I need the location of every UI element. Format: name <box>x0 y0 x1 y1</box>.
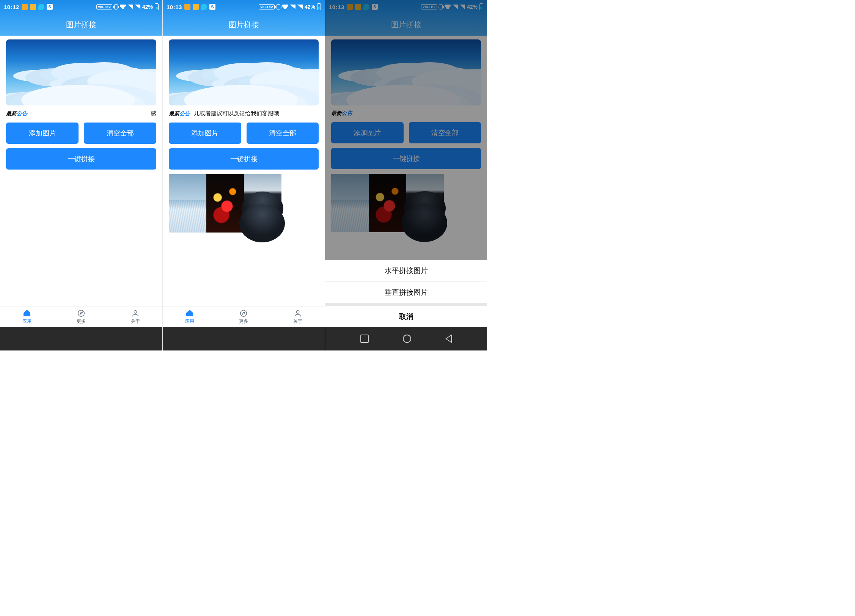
stitch-button[interactable]: 一键拼接 <box>169 148 319 170</box>
status-bar: 10:13 S VoLTE2 42% <box>163 0 325 14</box>
thumbnail-2[interactable] <box>206 174 244 233</box>
tab-about-label: 关于 <box>293 318 302 325</box>
weibo-icon <box>184 4 190 10</box>
battery-icon <box>155 3 159 10</box>
announcement-text: 几或者建议可以反馈给我们客服哦 <box>194 110 319 117</box>
nav-recent-icon[interactable] <box>360 335 369 343</box>
option-horizontal-stitch[interactable]: 水平拼接图片 <box>325 260 487 281</box>
stitch-button[interactable]: 一键拼接 <box>6 148 156 170</box>
tab-app[interactable]: 应用 <box>163 307 217 327</box>
tab-more-label: 更多 <box>77 318 86 325</box>
screen-3: 10:13 S VoLTE2 42% 图片拼接 <box>325 0 487 350</box>
tab-more-label: 更多 <box>239 318 248 325</box>
tab-app[interactable]: 应用 <box>0 307 54 327</box>
clear-all-button[interactable]: 清空全部 <box>247 123 319 144</box>
option-cancel[interactable]: 取消 <box>325 306 487 327</box>
app-title-bar: 图片拼接 <box>163 14 325 36</box>
compass-icon <box>239 309 248 317</box>
thumbnail-3[interactable] <box>244 174 281 233</box>
compass-icon <box>77 309 85 317</box>
vibrate-icon <box>277 4 280 9</box>
top-gradient: 10:13 S VoLTE2 42% 图片拼接 <box>163 0 325 36</box>
option-vertical-stitch[interactable]: 垂直拼接图片 <box>325 281 487 303</box>
announcement-row: 最新公告 几或者建议可以反馈给我们客服哦 <box>163 105 325 120</box>
status-time: 10:13 <box>167 4 182 10</box>
android-nav-bar <box>0 327 162 350</box>
banner-image[interactable] <box>6 39 156 105</box>
sogou-icon: S <box>47 4 53 10</box>
banner-image[interactable] <box>169 39 319 105</box>
screen-1: 10:12 S VoLTE2 42% 图片拼接 <box>0 0 162 350</box>
add-image-button[interactable]: 添加图片 <box>6 123 79 144</box>
app-title: 图片拼接 <box>66 20 96 30</box>
tab-more[interactable]: 更多 <box>54 307 108 327</box>
battery-percent: 42% <box>305 4 315 10</box>
vibrate-icon <box>114 4 118 9</box>
svg-point-1 <box>134 311 137 313</box>
add-image-button[interactable]: 添加图片 <box>169 123 241 144</box>
tab-about-label: 关于 <box>131 318 140 325</box>
bottom-tabs: 应用 更多 关于 <box>163 306 325 327</box>
thumbnail-1[interactable] <box>169 174 206 233</box>
announcement-row: 最新公告 感 <box>0 105 162 120</box>
svg-point-3 <box>296 311 299 313</box>
screen-2: 10:13 S VoLTE2 42% 图片拼接 <box>162 0 325 350</box>
signal-icon-2 <box>297 5 303 9</box>
weibo-icon <box>22 4 28 10</box>
nav-home-icon[interactable] <box>403 335 411 343</box>
android-nav-bar <box>163 327 325 350</box>
banner-area <box>0 36 162 105</box>
svg-point-2 <box>240 310 247 317</box>
sheet-separator <box>325 303 487 306</box>
droplet-icon <box>38 4 44 10</box>
droplet-icon <box>201 4 207 10</box>
sogou-icon: S <box>209 4 215 10</box>
nav-back-icon[interactable] <box>445 334 452 343</box>
wifi-icon <box>282 5 288 9</box>
home-icon <box>185 309 194 317</box>
person-icon <box>294 309 302 317</box>
signal-icon-1 <box>290 5 295 9</box>
battery-percent: 42% <box>142 4 153 10</box>
action-sheet: 水平拼接图片 垂直拼接图片 取消 <box>325 260 487 327</box>
app-title: 图片拼接 <box>229 20 259 30</box>
app-title-bar: 图片拼接 <box>0 14 162 36</box>
home-icon <box>23 309 31 317</box>
volte-badge: VoLTE2 <box>259 4 275 9</box>
wifi-icon <box>120 5 126 9</box>
status-bar: 10:12 S VoLTE2 42% <box>0 0 162 14</box>
banner-area <box>163 36 325 105</box>
volte-badge: VoLTE2 <box>96 4 112 9</box>
status-time: 10:12 <box>4 4 19 10</box>
bottom-tabs: 应用 更多 关于 <box>0 306 162 327</box>
battery-icon <box>317 3 321 10</box>
tab-about[interactable]: 关于 <box>271 307 325 327</box>
announcement-text: 感 <box>31 110 156 117</box>
app-icon-yellow <box>193 4 199 10</box>
announcement-tag: 最新公告 <box>169 110 190 117</box>
tab-about[interactable]: 关于 <box>108 307 162 327</box>
tab-app-label: 应用 <box>22 318 31 325</box>
signal-icon-2 <box>135 5 140 9</box>
tab-more[interactable]: 更多 <box>217 307 270 327</box>
android-nav-bar <box>325 327 487 350</box>
app-icon-yellow <box>30 4 36 10</box>
announcement-tag: 最新公告 <box>6 110 27 117</box>
person-icon <box>131 309 140 317</box>
clear-all-button[interactable]: 清空全部 <box>84 123 156 144</box>
selected-thumbnails <box>169 174 325 233</box>
top-gradient: 10:12 S VoLTE2 42% 图片拼接 <box>0 0 162 36</box>
svg-point-0 <box>78 310 85 317</box>
signal-icon-1 <box>128 5 133 9</box>
tab-app-label: 应用 <box>185 318 194 325</box>
